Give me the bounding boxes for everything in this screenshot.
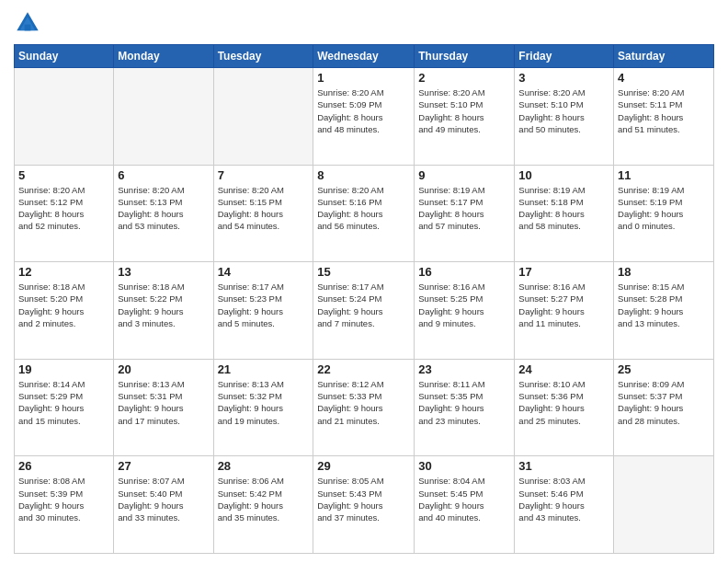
day-number: 4: [618, 71, 710, 85]
calendar-cell: 15Sunrise: 8:17 AM Sunset: 5:24 PM Dayli…: [313, 262, 415, 360]
week-row-3: 12Sunrise: 8:18 AM Sunset: 5:20 PM Dayli…: [15, 262, 714, 360]
day-number: 8: [317, 168, 410, 182]
calendar-cell: [15, 68, 114, 166]
weekday-header-tuesday: Tuesday: [213, 45, 313, 68]
weekday-header-friday: Friday: [515, 45, 614, 68]
day-number: 6: [118, 168, 209, 182]
day-number: 28: [218, 459, 310, 473]
day-number: 16: [418, 265, 510, 279]
day-info: Sunrise: 8:12 AM Sunset: 5:33 PM Dayligh…: [317, 378, 410, 427]
day-info: Sunrise: 8:15 AM Sunset: 5:28 PM Dayligh…: [618, 281, 710, 329]
week-row-1: 1Sunrise: 8:20 AM Sunset: 5:09 PM Daylig…: [15, 68, 714, 166]
weekday-header-monday: Monday: [114, 45, 213, 68]
day-number: 29: [317, 459, 410, 473]
day-number: 5: [18, 168, 109, 182]
calendar-cell: 29Sunrise: 8:05 AM Sunset: 5:43 PM Dayli…: [313, 456, 415, 554]
day-info: Sunrise: 8:06 AM Sunset: 5:42 PM Dayligh…: [218, 475, 310, 523]
calendar-cell: [614, 456, 714, 554]
calendar-cell: 20Sunrise: 8:13 AM Sunset: 5:31 PM Dayli…: [114, 359, 213, 456]
calendar-cell: 8Sunrise: 8:20 AM Sunset: 5:16 PM Daylig…: [313, 165, 415, 262]
day-number: 22: [317, 362, 410, 376]
day-number: 20: [118, 362, 209, 376]
calendar-cell: 26Sunrise: 8:08 AM Sunset: 5:39 PM Dayli…: [15, 456, 114, 554]
day-number: 2: [418, 71, 510, 85]
day-info: Sunrise: 8:18 AM Sunset: 5:20 PM Dayligh…: [18, 281, 109, 329]
calendar-cell: 5Sunrise: 8:20 AM Sunset: 5:12 PM Daylig…: [15, 165, 114, 262]
day-number: 11: [618, 168, 710, 182]
calendar-cell: 11Sunrise: 8:19 AM Sunset: 5:19 PM Dayli…: [614, 165, 714, 262]
calendar-cell: 9Sunrise: 8:19 AM Sunset: 5:17 PM Daylig…: [415, 165, 515, 262]
day-info: Sunrise: 8:19 AM Sunset: 5:17 PM Dayligh…: [418, 184, 510, 233]
day-number: 10: [518, 168, 609, 182]
day-number: 1: [317, 71, 410, 85]
day-info: Sunrise: 8:20 AM Sunset: 5:10 PM Dayligh…: [418, 86, 510, 135]
day-info: Sunrise: 8:20 AM Sunset: 5:16 PM Dayligh…: [317, 184, 410, 233]
calendar-cell: [114, 68, 213, 166]
day-info: Sunrise: 8:20 AM Sunset: 5:15 PM Dayligh…: [218, 184, 310, 233]
calendar-cell: 30Sunrise: 8:04 AM Sunset: 5:45 PM Dayli…: [415, 456, 515, 554]
day-info: Sunrise: 8:20 AM Sunset: 5:11 PM Dayligh…: [618, 86, 710, 135]
day-info: Sunrise: 8:11 AM Sunset: 5:35 PM Dayligh…: [418, 378, 510, 427]
day-info: Sunrise: 8:20 AM Sunset: 5:13 PM Dayligh…: [118, 184, 209, 233]
day-info: Sunrise: 8:03 AM Sunset: 5:46 PM Dayligh…: [518, 475, 609, 523]
calendar-cell: 19Sunrise: 8:14 AM Sunset: 5:29 PM Dayli…: [15, 359, 114, 456]
day-number: 19: [18, 362, 109, 376]
calendar-cell: 23Sunrise: 8:11 AM Sunset: 5:35 PM Dayli…: [415, 359, 515, 456]
week-row-4: 19Sunrise: 8:14 AM Sunset: 5:29 PM Dayli…: [15, 359, 714, 456]
day-number: 25: [618, 362, 710, 376]
day-number: 30: [418, 459, 510, 473]
week-row-2: 5Sunrise: 8:20 AM Sunset: 5:12 PM Daylig…: [15, 165, 714, 262]
header: [14, 9, 714, 37]
weekday-header-saturday: Saturday: [614, 45, 714, 68]
day-info: Sunrise: 8:19 AM Sunset: 5:18 PM Dayligh…: [518, 184, 609, 233]
day-info: Sunrise: 8:20 AM Sunset: 5:10 PM Dayligh…: [518, 86, 609, 135]
day-info: Sunrise: 8:19 AM Sunset: 5:19 PM Dayligh…: [618, 184, 710, 233]
day-number: 9: [418, 168, 510, 182]
calendar-cell: 4Sunrise: 8:20 AM Sunset: 5:11 PM Daylig…: [614, 68, 714, 166]
calendar-cell: 25Sunrise: 8:09 AM Sunset: 5:37 PM Dayli…: [614, 359, 714, 456]
weekday-header-row: SundayMondayTuesdayWednesdayThursdayFrid…: [15, 45, 714, 68]
calendar-cell: 12Sunrise: 8:18 AM Sunset: 5:20 PM Dayli…: [15, 262, 114, 360]
day-number: 14: [218, 265, 310, 279]
day-info: Sunrise: 8:17 AM Sunset: 5:23 PM Dayligh…: [218, 281, 310, 329]
calendar-cell: 31Sunrise: 8:03 AM Sunset: 5:46 PM Dayli…: [515, 456, 614, 554]
day-number: 7: [218, 168, 310, 182]
logo: [14, 9, 45, 37]
day-info: Sunrise: 8:14 AM Sunset: 5:29 PM Dayligh…: [18, 378, 109, 427]
calendar-cell: 21Sunrise: 8:13 AM Sunset: 5:32 PM Dayli…: [213, 359, 313, 456]
day-info: Sunrise: 8:20 AM Sunset: 5:12 PM Dayligh…: [18, 184, 109, 233]
week-row-5: 26Sunrise: 8:08 AM Sunset: 5:39 PM Dayli…: [15, 456, 714, 554]
day-info: Sunrise: 8:08 AM Sunset: 5:39 PM Dayligh…: [18, 475, 109, 523]
calendar-cell: 2Sunrise: 8:20 AM Sunset: 5:10 PM Daylig…: [415, 68, 515, 166]
logo-icon: [14, 9, 41, 37]
svg-rect-2: [25, 25, 31, 31]
calendar-cell: 10Sunrise: 8:19 AM Sunset: 5:18 PM Dayli…: [515, 165, 614, 262]
calendar-cell: 27Sunrise: 8:07 AM Sunset: 5:40 PM Dayli…: [114, 456, 213, 554]
day-info: Sunrise: 8:04 AM Sunset: 5:45 PM Dayligh…: [418, 475, 510, 523]
day-number: 17: [518, 265, 609, 279]
calendar-cell: 16Sunrise: 8:16 AM Sunset: 5:25 PM Dayli…: [415, 262, 515, 360]
day-info: Sunrise: 8:20 AM Sunset: 5:09 PM Dayligh…: [317, 86, 410, 135]
day-number: 27: [118, 459, 209, 473]
day-info: Sunrise: 8:07 AM Sunset: 5:40 PM Dayligh…: [118, 475, 209, 523]
calendar-cell: 3Sunrise: 8:20 AM Sunset: 5:10 PM Daylig…: [515, 68, 614, 166]
calendar-cell: 13Sunrise: 8:18 AM Sunset: 5:22 PM Dayli…: [114, 262, 213, 360]
day-info: Sunrise: 8:18 AM Sunset: 5:22 PM Dayligh…: [118, 281, 209, 329]
weekday-header-thursday: Thursday: [415, 45, 515, 68]
calendar-cell: 22Sunrise: 8:12 AM Sunset: 5:33 PM Dayli…: [313, 359, 415, 456]
weekday-header-sunday: Sunday: [15, 45, 114, 68]
calendar-cell: 7Sunrise: 8:20 AM Sunset: 5:15 PM Daylig…: [213, 165, 313, 262]
calendar-table: SundayMondayTuesdayWednesdayThursdayFrid…: [14, 44, 714, 554]
page: SundayMondayTuesdayWednesdayThursdayFrid…: [0, 0, 728, 563]
day-info: Sunrise: 8:05 AM Sunset: 5:43 PM Dayligh…: [317, 475, 410, 523]
day-info: Sunrise: 8:13 AM Sunset: 5:31 PM Dayligh…: [118, 378, 209, 427]
calendar-cell: [213, 68, 313, 166]
calendar-cell: 1Sunrise: 8:20 AM Sunset: 5:09 PM Daylig…: [313, 68, 415, 166]
calendar-cell: 14Sunrise: 8:17 AM Sunset: 5:23 PM Dayli…: [213, 262, 313, 360]
day-number: 3: [518, 71, 609, 85]
calendar-cell: 6Sunrise: 8:20 AM Sunset: 5:13 PM Daylig…: [114, 165, 213, 262]
day-info: Sunrise: 8:10 AM Sunset: 5:36 PM Dayligh…: [518, 378, 609, 427]
day-number: 13: [118, 265, 209, 279]
day-number: 24: [518, 362, 609, 376]
day-number: 18: [618, 265, 710, 279]
